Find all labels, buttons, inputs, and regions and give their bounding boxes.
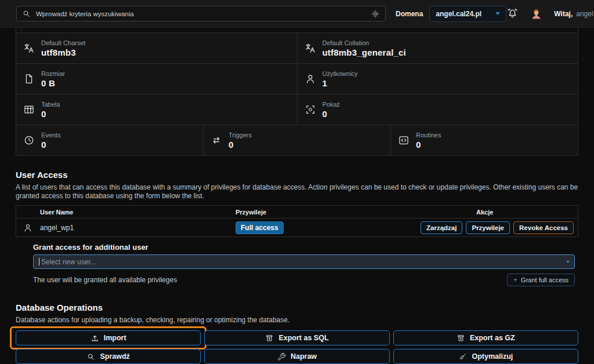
stat-value: 0 B: [41, 78, 65, 88]
domain-label: Domena: [396, 10, 423, 18]
stat-label: Tabela: [41, 101, 60, 108]
user-access-description: A list of users that can access this dat…: [16, 183, 578, 201]
upload-icon: [90, 334, 99, 343]
column-header-user-name: User Name: [40, 209, 73, 216]
stat-value: 0: [229, 140, 252, 150]
column-header-actions: Akcje: [476, 209, 493, 216]
chevron-down-icon: [495, 12, 500, 15]
text-cursor: [39, 258, 39, 265]
code-icon: [398, 134, 410, 146]
stat-value: 0: [41, 140, 61, 150]
wrench-icon: [277, 352, 286, 361]
check-button[interactable]: Sprawdź: [16, 349, 201, 364]
swap-arrows-icon: [211, 134, 222, 146]
column-header-privileges: Przywileje: [236, 209, 266, 216]
translate-icon: [23, 42, 35, 54]
stat-value: utf8mb3: [41, 48, 85, 57]
revoke-access-button[interactable]: Revoke Access: [513, 221, 574, 234]
user-access-title: User Access: [16, 170, 578, 180]
user-access-table: User Name Przywileje Akcje angel_wp1 Ful…: [16, 205, 578, 237]
stat-routines: Routines 0: [390, 125, 578, 155]
stat-value: 1: [323, 78, 358, 88]
check-label: Sprawdź: [100, 352, 129, 361]
optimize-label: Optymalizuj: [472, 352, 513, 361]
notifications-bell-icon[interactable]: [506, 8, 519, 20]
optimize-wrapper: Optymalizuj: [393, 349, 578, 364]
table-header: User Name Przywileje Akcje: [16, 206, 578, 219]
grant-full-access-label: Grant full access: [521, 276, 568, 283]
export-sql-label: Export as SQL: [278, 334, 328, 342]
repair-wrapper: Napraw: [204, 349, 389, 364]
stat-label: Events: [41, 132, 61, 139]
chevron-down-icon: [566, 261, 570, 263]
stat-value: 0: [416, 140, 441, 150]
stat-label: Pokaż: [323, 101, 341, 108]
user-icon: [305, 73, 316, 85]
optimize-button[interactable]: Optymalizuj: [393, 349, 578, 364]
username-cell: angel_wp1: [40, 224, 74, 232]
privileges-button[interactable]: Przywileje: [466, 221, 510, 234]
grant-note: The user will be granted all available p…: [33, 276, 177, 284]
greeting-name: angel: [576, 10, 593, 18]
top-right-cluster: Witaj, angel: [506, 7, 594, 20]
import-button[interactable]: Import: [16, 330, 201, 345]
stats-grid-cutoff-row: [16, 28, 578, 32]
stat-events: Events 0: [16, 125, 203, 155]
stat-label: Rozmiar: [41, 70, 65, 77]
full-access-badge[interactable]: Full access: [236, 221, 284, 234]
stat-label: Default Charset: [41, 39, 85, 46]
stat-users: Użytkownicy 1: [297, 64, 578, 94]
repair-label: Napraw: [291, 352, 317, 361]
database-details-page: Domena angel.cal24.pl Witaj, angel Defau…: [0, 0, 594, 364]
search-settings-gear-icon[interactable]: [371, 9, 380, 19]
search-icon: [22, 9, 31, 18]
stat-triggers: Triggers 0: [203, 125, 390, 155]
manage-button[interactable]: Zarządzaj: [421, 221, 462, 234]
database-operations-title: Database Operations: [16, 303, 578, 312]
export-gz-label: Export as GZ: [470, 334, 515, 342]
avatar[interactable]: [530, 7, 543, 20]
export-sql-wrapper: Export as SQL: [204, 330, 389, 345]
export-as-gz-button[interactable]: Export as GZ: [393, 330, 578, 345]
repair-button[interactable]: Napraw: [204, 349, 389, 364]
import-label: Import: [104, 334, 126, 342]
select-placeholder: Select new user...: [41, 258, 96, 266]
search-icon: [86, 352, 95, 361]
grant-footer: The user will be granted all available p…: [33, 274, 578, 286]
table-row: angel_wp1 Full access Zarządzaj Przywile…: [16, 219, 578, 236]
stat-views: Pokaż 0: [297, 94, 578, 125]
user-icon: [23, 223, 33, 233]
domain-select-value: angel.cal24.pl: [436, 10, 481, 18]
database-operations-buttons: Import Export as SQL Export as GZ Sprawd…: [16, 330, 578, 364]
focus-icon: [305, 104, 316, 115]
top-bar: Domena angel.cal24.pl Witaj, angel: [0, 0, 594, 28]
stat-label: Routines: [416, 132, 441, 139]
database-operations-description: Database actions for uploading a backup,…: [16, 316, 578, 325]
new-user-select[interactable]: Select new user...: [33, 254, 575, 269]
search-box[interactable]: [16, 6, 386, 21]
clock-icon: [23, 134, 35, 146]
database-stats-grid: Default Charset utf8mb3 Default Collatio…: [16, 32, 578, 156]
stat-value: 0: [41, 109, 60, 119]
user-menu[interactable]: Witaj, angel: [554, 10, 594, 18]
table-icon: [23, 104, 35, 115]
export-icon: [457, 334, 465, 343]
export-icon: [265, 334, 274, 343]
export-as-sql-button[interactable]: Export as SQL: [204, 330, 389, 345]
stat-label: Użytkownicy: [323, 70, 358, 77]
stat-value: utf8mb3_general_ci: [323, 48, 407, 57]
domain-select[interactable]: angel.cal24.pl: [429, 6, 506, 22]
broom-icon: [458, 352, 467, 361]
stat-size: Rozmiar 0 B: [16, 64, 297, 94]
stat-value: 0: [323, 109, 341, 119]
stat-label: Default Collation: [323, 39, 407, 46]
search-input[interactable]: [35, 10, 367, 18]
grant-access-form: Grant access for additional user Select …: [33, 243, 578, 286]
row-actions: Zarządzaj Przywileje Revoke Access: [421, 221, 574, 234]
greeting-prefix: Witaj,: [554, 10, 573, 18]
translate-icon: [305, 42, 316, 54]
stat-default-collation: Default Collation utf8mb3_general_ci: [297, 33, 578, 63]
grant-full-access-button[interactable]: + Grant full access: [507, 274, 575, 286]
stat-label: Triggers: [229, 132, 252, 139]
stat-default-charset: Default Charset utf8mb3: [16, 33, 297, 63]
